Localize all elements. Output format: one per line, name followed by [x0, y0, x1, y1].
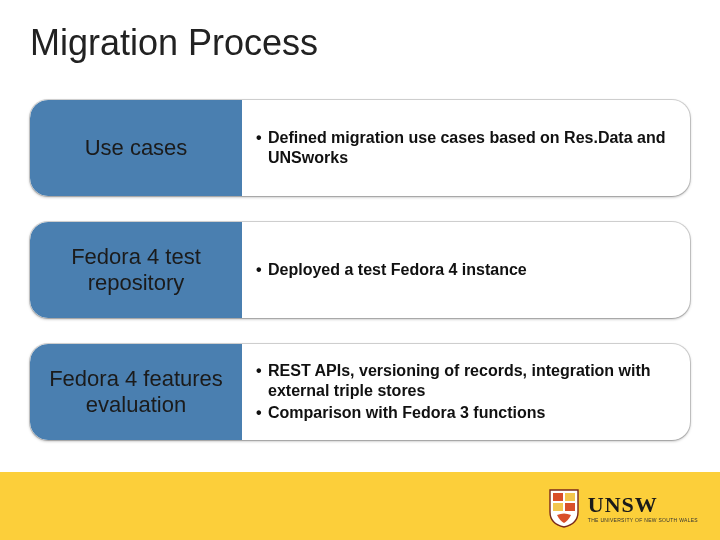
row-label: Fedora 4 features evaluation	[30, 344, 242, 440]
unsw-wordmark: UNSW THE UNIVERSITY OF NEW SOUTH WALES	[588, 494, 698, 523]
process-row: Fedora 4 test repository Deployed a test…	[30, 222, 690, 318]
row-label: Use cases	[30, 100, 242, 196]
svg-rect-2	[553, 503, 563, 511]
bullet-item: Comparison with Fedora 3 functions	[256, 403, 672, 423]
row-body: REST APIs, versioning of records, integr…	[242, 344, 690, 440]
svg-rect-0	[553, 493, 563, 501]
svg-rect-3	[565, 503, 575, 511]
row-body: Deployed a test Fedora 4 instance	[242, 222, 690, 318]
svg-rect-1	[565, 493, 575, 501]
crest-icon	[548, 488, 580, 528]
bullet-list: Deployed a test Fedora 4 instance	[256, 258, 672, 282]
bullet-item: REST APIs, versioning of records, integr…	[256, 361, 672, 401]
org-tagline: THE UNIVERSITY OF NEW SOUTH WALES	[588, 518, 698, 523]
bullet-item: Defined migration use cases based on Res…	[256, 128, 672, 168]
process-row: Use cases Defined migration use cases ba…	[30, 100, 690, 196]
process-rows: Use cases Defined migration use cases ba…	[30, 100, 690, 466]
row-body: Defined migration use cases based on Res…	[242, 100, 690, 196]
slide-title: Migration Process	[30, 22, 318, 64]
row-label: Fedora 4 test repository	[30, 222, 242, 318]
bullet-list: REST APIs, versioning of records, integr…	[256, 359, 672, 425]
process-row: Fedora 4 features evaluation REST APIs, …	[30, 344, 690, 440]
slide: Migration Process Use cases Defined migr…	[0, 0, 720, 540]
unsw-logo: UNSW THE UNIVERSITY OF NEW SOUTH WALES	[548, 488, 698, 528]
bullet-item: Deployed a test Fedora 4 instance	[256, 260, 672, 280]
org-name: UNSW	[588, 494, 698, 516]
bullet-list: Defined migration use cases based on Res…	[256, 126, 672, 170]
